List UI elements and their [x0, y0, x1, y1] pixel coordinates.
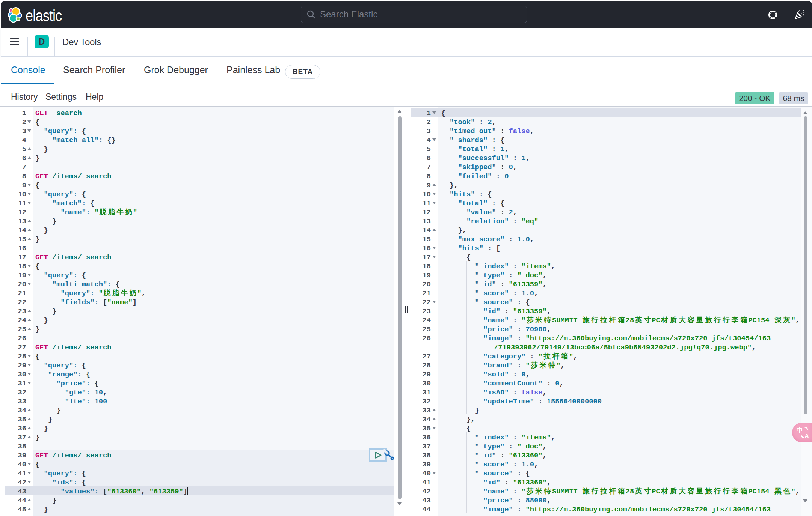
svg-text:A: A: [805, 433, 809, 439]
svg-text:中: 中: [797, 426, 803, 434]
